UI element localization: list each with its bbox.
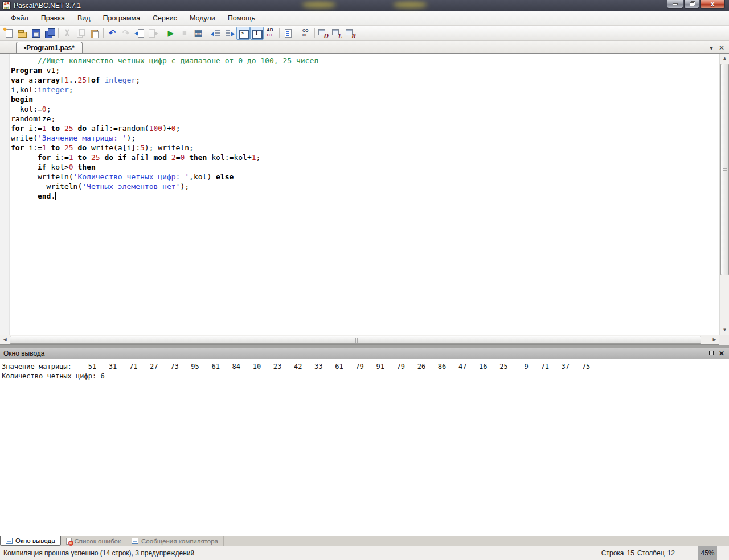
vertical-scrollbar-thumb[interactable]	[720, 64, 729, 275]
module-glyph-text: D	[323, 32, 329, 39]
toolbar-separator	[162, 28, 162, 38]
format-code-button[interactable]	[281, 27, 295, 40]
minimize-button[interactable]	[667, 0, 683, 9]
code-segment: 25	[64, 124, 73, 133]
scroll-up-arrow-icon[interactable]: ▲	[720, 54, 729, 63]
toolbar-separator	[279, 28, 280, 38]
code-segment: a[i]:=random(	[87, 124, 149, 133]
compile-status-message: Компиляция прошла успешно (14 строк), 3 …	[0, 549, 194, 557]
tab-bar-tools: ▾ ✕	[710, 41, 724, 54]
code-segment: 0	[171, 124, 176, 133]
output-panel-content[interactable]: Значение матрицы: 51 31 71 27 73 95 61 8…	[0, 359, 729, 536]
app-logo: AB net	[2, 1, 11, 10]
code-completion-button[interactable]: ABC+	[264, 27, 277, 40]
tab-close-icon[interactable]: ✕	[719, 44, 724, 51]
module-glyph-text: R	[351, 32, 356, 39]
module-d-button[interactable]: D	[317, 27, 330, 40]
bottom-tab-compiler[interactable]: Сообщения компилятора	[126, 536, 224, 546]
menu-item-3[interactable]: Программа	[97, 11, 147, 25]
save-all-button[interactable]	[43, 27, 56, 40]
code-segment: for	[11, 143, 24, 152]
tab-list-dropdown-icon[interactable]: ▾	[710, 44, 713, 51]
title-bar: AB net PascalABC.NET 3.7.1 x	[0, 0, 729, 11]
code-segment: )+	[162, 124, 171, 133]
code-segment	[113, 153, 118, 162]
open-file-button[interactable]	[15, 27, 29, 40]
output-line: Значение матрицы: 51 31 71 27 73 95 61 8…	[2, 362, 729, 372]
code-segment: 25	[64, 143, 73, 152]
navback-icon	[134, 28, 145, 38]
save-button[interactable]	[29, 27, 43, 40]
code-segment: 0	[69, 163, 73, 171]
close-button[interactable]: x	[700, 0, 725, 9]
menu-bar: ФайлПравкаВидПрограммаСервисМодулиПомощь	[0, 11, 729, 26]
module-l-button[interactable]: L	[330, 27, 344, 40]
code-segment: var	[11, 76, 24, 84]
code-segment: writeln(	[11, 172, 73, 181]
code-text[interactable]: //Ищет количество четных цифр с диапазон…	[11, 56, 718, 201]
restore-button[interactable]	[684, 0, 699, 9]
document-tab-bar: •Program1.pas* ▾ ✕	[0, 41, 729, 54]
toolbar-separator	[314, 28, 315, 38]
code-segment: ;	[176, 124, 181, 133]
toolbar: >IABC+CODEDLR	[0, 26, 729, 41]
code-segment: v1;	[42, 66, 60, 75]
next-marker-button[interactable]	[223, 27, 236, 40]
code-line: kol:=0;	[11, 104, 718, 114]
undo-icon	[107, 28, 117, 38]
menu-item-1[interactable]: Правка	[35, 11, 71, 25]
toggle-output-window-button[interactable]: >	[236, 27, 250, 40]
code-segment: );	[127, 134, 136, 142]
code-glyph-text: CO	[302, 28, 309, 32]
undo-button[interactable]	[105, 27, 119, 40]
code-line: for i:=1 to 25 do a[i]:=random(100)+0;	[11, 123, 718, 133]
code-templates-button[interactable]: CODE	[299, 27, 313, 40]
new-file-button[interactable]	[2, 27, 15, 40]
pin-icon[interactable]	[708, 350, 714, 357]
bottom-tab-errors[interactable]: Список ошибок	[61, 536, 127, 546]
code-line: i,kol:integer;	[11, 85, 718, 94]
app-logo-text-top: AB	[3, 2, 10, 6]
output-close-icon[interactable]: ✕	[719, 350, 724, 357]
toolbar-separator	[58, 28, 59, 38]
code-segment: //Ищет количество четных цифр с диапазон…	[11, 56, 318, 65]
code-segment: of	[91, 76, 100, 84]
code-line: //Ищет количество четных цифр с диапазон…	[11, 56, 718, 65]
zoom-level[interactable]: 45%	[698, 546, 717, 560]
code-segment: to	[51, 124, 60, 133]
editor-horizontal-scrollbar[interactable]: ◀ ▶	[0, 335, 729, 344]
minimize-icon	[673, 3, 678, 5]
code-line: if kol>0 then	[11, 162, 718, 172]
horizontal-scrollbar-thumb[interactable]	[10, 336, 701, 344]
code-segment: ]	[87, 76, 91, 84]
menu-item-4[interactable]: Сервис	[146, 11, 183, 25]
bottom-tab-output[interactable]: Окно вывода	[0, 536, 61, 546]
menu-item-0[interactable]: Файл	[5, 11, 35, 25]
paste-button[interactable]	[88, 27, 101, 40]
abc-glyph-text2: C+	[267, 33, 272, 38]
scroll-down-arrow-icon[interactable]: ▼	[720, 326, 729, 335]
code-line: writeln('Количество четных цифр: ',kol) …	[11, 172, 718, 182]
module-glyph-text: L	[338, 32, 342, 39]
document-tab[interactable]: •Program1.pas*	[16, 42, 83, 53]
scroll-left-arrow-icon[interactable]: ◀	[0, 335, 10, 344]
menu-item-2[interactable]: Вид	[71, 11, 97, 25]
menu-item-5[interactable]: Модули	[183, 11, 222, 25]
prev-marker-button[interactable]	[209, 27, 223, 40]
panel-splitter[interactable]	[0, 344, 729, 348]
module-r-button[interactable]: R	[344, 27, 358, 40]
nav-back-button[interactable]	[133, 27, 146, 40]
editor-vertical-scrollbar[interactable]: ▲ ▼	[719, 54, 729, 335]
code-icon: CODE	[301, 28, 311, 38]
run-button[interactable]	[164, 27, 178, 40]
code-editor[interactable]: //Ищет количество четных цифр с диапазон…	[0, 54, 729, 335]
code-segment: do	[77, 143, 87, 152]
abc-glyph-text: AB	[267, 28, 273, 32]
code-segment: 1	[69, 153, 73, 162]
toggle-caret-window-button[interactable]: I	[250, 27, 264, 40]
compile-button[interactable]	[191, 27, 205, 40]
code-segment	[185, 153, 189, 162]
menu-item-6[interactable]: Помощь	[222, 11, 261, 25]
scroll-right-arrow-icon[interactable]: ▶	[710, 335, 719, 344]
code-segment	[87, 153, 91, 162]
